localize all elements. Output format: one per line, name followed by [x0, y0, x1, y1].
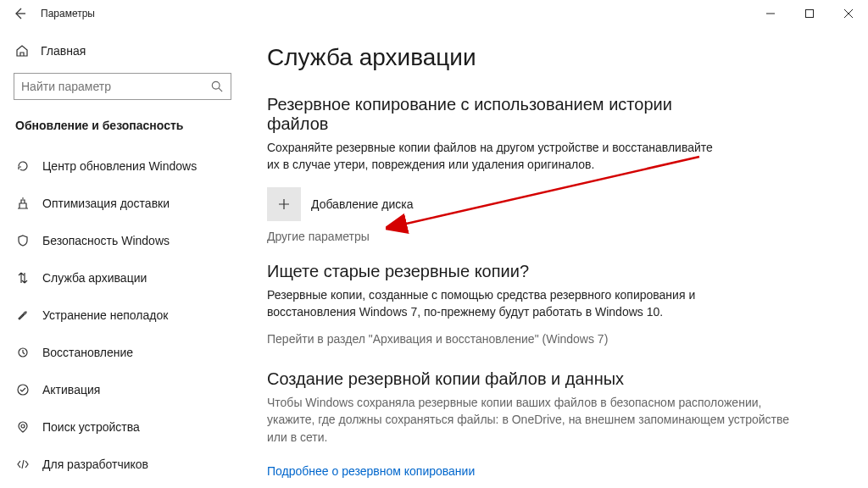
activation-icon — [15, 382, 31, 397]
sidebar-item-update[interactable]: Центр обновления Windows — [7, 147, 250, 185]
minimize-icon — [766, 9, 775, 18]
section1-desc: Сохраняйте резервные копии файлов на дру… — [267, 139, 725, 174]
sidebar-item-label: Устранение неполадок — [42, 308, 168, 322]
locate-icon — [15, 419, 31, 435]
delivery-icon — [15, 196, 31, 211]
shield-icon — [15, 233, 31, 248]
sidebar-item-label: Центр обновления Windows — [42, 159, 197, 173]
sidebar-item-backup[interactable]: Служба архивации — [7, 259, 250, 297]
section2-desc: Резервные копии, созданные с помощью сре… — [267, 286, 725, 321]
sidebar-item-label: Для разработчиков — [42, 458, 148, 471]
sidebar-item-find-device[interactable]: Поиск устройства — [7, 408, 250, 446]
content-pane: Служба архивации Резервное копирование с… — [250, 27, 868, 488]
search-input[interactable] — [19, 79, 209, 94]
sidebar-item-label: Поиск устройства — [42, 420, 140, 434]
recovery-icon — [15, 345, 31, 360]
dev-icon — [15, 457, 31, 472]
close-button[interactable] — [829, 0, 868, 27]
window-title: Параметры — [41, 8, 95, 19]
svg-rect-0 — [806, 10, 814, 18]
sidebar-item-developers[interactable]: Для разработчиков — [7, 446, 250, 483]
maximize-button[interactable] — [790, 0, 829, 27]
sidebar: Главная Обновление и безопасность Центр … — [0, 27, 250, 488]
section2-heading: Ищете старые резервные копии? — [267, 262, 725, 281]
close-icon — [844, 9, 853, 18]
sidebar-item-label: Активация — [42, 383, 100, 396]
page-title: Служба архивации — [267, 44, 843, 71]
arrow-left-icon — [13, 7, 26, 20]
sidebar-item-label: Восстановление — [42, 346, 133, 359]
home-icon — [15, 44, 29, 58]
backup-icon — [15, 270, 31, 286]
sidebar-item-delivery[interactable]: Оптимизация доставки — [7, 185, 250, 222]
sidebar-item-recovery[interactable]: Восстановление — [7, 334, 250, 371]
plus-icon — [277, 197, 291, 211]
sidebar-item-label: Служба архивации — [42, 271, 147, 285]
add-disk-row[interactable]: Добавление диска — [267, 187, 843, 221]
section1-heading: Резервное копирование с использованием и… — [267, 95, 725, 134]
more-options-link[interactable]: Другие параметры — [267, 230, 843, 243]
refresh-icon — [15, 158, 31, 174]
titlebar: Параметры — [0, 0, 868, 27]
sidebar-home-label: Главная — [41, 44, 86, 58]
sidebar-item-label: Оптимизация доставки — [42, 197, 170, 210]
sidebar-item-activation[interactable]: Активация — [7, 371, 250, 408]
section2-link[interactable]: Перейти в раздел "Архивация и восстановл… — [267, 332, 843, 346]
svg-point-1 — [212, 81, 220, 89]
add-disk-button[interactable] — [267, 187, 301, 221]
back-button[interactable] — [5, 0, 34, 27]
search-icon — [209, 80, 225, 92]
section3-link[interactable]: Подробнее о резервном копировании — [267, 464, 475, 478]
add-disk-label: Добавление диска — [311, 197, 413, 211]
sidebar-item-troubleshoot[interactable]: Устранение неполадок — [7, 297, 250, 334]
sidebar-category: Обновление и безопасность — [7, 107, 250, 141]
svg-point-4 — [21, 424, 25, 428]
section3-heading: Создание резервной копии файлов и данных — [267, 369, 725, 389]
minimize-button[interactable] — [751, 0, 790, 27]
sidebar-nav: Центр обновления Windows Оптимизация дос… — [7, 147, 250, 483]
search-input-container[interactable] — [14, 73, 231, 100]
sidebar-item-security[interactable]: Безопасность Windows — [7, 222, 250, 259]
maximize-icon — [805, 9, 814, 18]
svg-point-3 — [18, 385, 28, 395]
sidebar-home[interactable]: Главная — [7, 36, 250, 66]
section3-desc: Чтобы Windows сохраняла резервные копии … — [267, 394, 810, 446]
wrench-icon — [15, 308, 31, 323]
sidebar-item-label: Безопасность Windows — [42, 234, 170, 247]
